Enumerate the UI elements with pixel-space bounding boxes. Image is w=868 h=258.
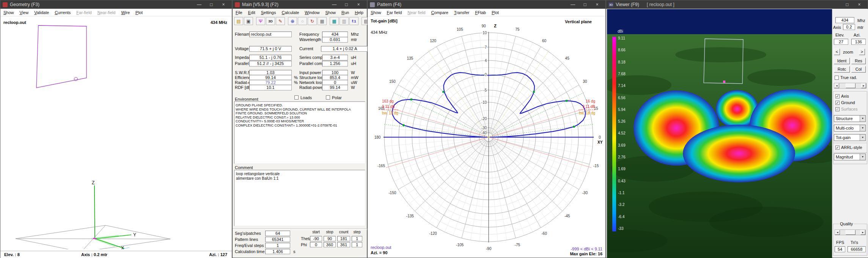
svg-text:0: 0 — [484, 73, 487, 77]
close-icon[interactable]: × — [352, 2, 365, 7]
comment-box[interactable]: loop rettangolare verticalealimentare co… — [234, 170, 365, 226]
field-theta-stop[interactable]: 90 — [324, 236, 336, 241]
field-calculation-time[interactable]: 1.406 — [265, 249, 290, 254]
chevron-down-icon[interactable]: ▼ — [860, 125, 865, 131]
field-phi-count[interactable]: 361 — [337, 242, 350, 247]
menu-item-calculate[interactable]: Calculate — [281, 10, 299, 15]
field-pattern-lines[interactable]: 65341 — [265, 237, 290, 242]
color-mode-combo[interactable]: Multi-colo▼ — [834, 125, 866, 131]
menu-item-window[interactable]: Window — [305, 10, 319, 15]
arrl-style-checkbox[interactable]: ✓ — [835, 146, 840, 150]
minimize-icon[interactable]: — — [328, 2, 340, 7]
field-frequency[interactable]: 434 — [322, 32, 348, 37]
copy-icon[interactable]: ▣ — [244, 17, 253, 25]
field-series-comp-[interactable]: 3.e-4 — [322, 55, 348, 60]
field-radiat-power[interactable]: 99.14 — [322, 85, 348, 90]
environment-line: RELATIVE DIELECTRIC CONST.= 13.000 — [236, 116, 364, 120]
quality-slider-thumb[interactable] — [846, 230, 855, 235]
structure-combo[interactable]: Structure▼ — [834, 115, 866, 122]
field-rdf-db-[interactable]: 10.1 — [249, 85, 292, 90]
zoom-out-button[interactable]: < — [834, 49, 840, 55]
field-freq-eval-steps[interactable]: 1 — [265, 243, 290, 248]
field-phi-start[interactable]: 0 — [310, 242, 322, 247]
svg-text:bw. 18 dg: bw. 18 dg — [579, 111, 595, 115]
surfaces-checkbox[interactable]: ✓ — [835, 107, 840, 111]
viewer-title: Viewer (F9) — [616, 2, 639, 7]
magnitude-combo[interactable]: Magnitud▼ — [834, 154, 866, 160]
ground-checkbox[interactable]: ✓ — [835, 101, 840, 105]
menu-item-settings[interactable]: Settings — [261, 10, 276, 15]
arrow-right-icon[interactable]: ► — [860, 230, 865, 235]
main-titlebar[interactable]: Main [V5.9.3] (F2) — □ × — [233, 0, 367, 9]
viewer-titlebar[interactable]: 3D Viewer (F9) [ recloop.out ] □ × — [606, 0, 868, 9]
axis-checkbox[interactable]: ✓ — [835, 94, 840, 98]
field-parallel-form[interactable]: 51.2 // - j 3425 — [249, 61, 292, 66]
svg-text:120: 120 — [430, 39, 436, 43]
chart-icon[interactable]: ▥ — [340, 17, 349, 25]
antenna-icon[interactable]: Ψ — [256, 17, 265, 25]
menu-item-edit[interactable]: Edit — [248, 10, 255, 15]
svg-text:-135: -135 — [406, 214, 414, 218]
arrow-right-icon[interactable]: ► — [861, 83, 866, 88]
menu-item-help[interactable]: Help — [355, 10, 363, 15]
label-Calculation time: Calculation time — [235, 249, 264, 254]
res-button[interactable]: Res — [851, 58, 866, 64]
tris-label: Tri's — [851, 240, 858, 245]
field-phi-step[interactable]: 1 — [352, 242, 362, 247]
field-voltage[interactable]: 71.5 + j 0 V — [249, 46, 292, 52]
table-icon[interactable]: ▦ — [330, 17, 339, 25]
calculator-icon[interactable]: ▦ — [318, 17, 327, 25]
field-parallel-comp-[interactable]: 1.256 — [322, 61, 348, 66]
viewer-3d-scene[interactable]: dBi9.118.668.187.687.146.565.945.264.523… — [607, 9, 833, 258]
maximize-icon[interactable]: □ — [841, 2, 853, 7]
rad-slider[interactable]: ◄► — [834, 83, 866, 89]
field-theta-start[interactable]: -90 — [310, 236, 322, 241]
elevation-field[interactable]: 27 — [834, 39, 848, 45]
menu-item-run[interactable]: Run — [341, 10, 349, 15]
rad-slider-thumb[interactable] — [846, 83, 855, 88]
menu-item-show[interactable]: Show — [326, 10, 336, 15]
ident-button[interactable]: Ident — [834, 58, 850, 64]
open-icon[interactable]: ▤ — [234, 17, 243, 25]
quality-slider[interactable]: ◄► — [835, 230, 866, 235]
checkbox-loads[interactable] — [294, 95, 299, 100]
menu-item-file[interactable]: File — [236, 10, 242, 15]
label-Radiat-power: Radiat-power — [299, 85, 324, 90]
close-icon[interactable]: × — [853, 2, 865, 7]
maximize-icon[interactable]: □ — [340, 2, 352, 7]
field-phi-stop[interactable]: 360 — [324, 242, 336, 247]
field-theta-step[interactable]: 1 — [352, 236, 362, 241]
chevron-down-icon[interactable]: ▼ — [860, 116, 865, 122]
field-current[interactable]: 1.4 + j 0.02 A — [321, 46, 369, 52]
tris-field[interactable]: 66658 — [848, 246, 866, 252]
rotc-button[interactable]: Rotc — [834, 66, 850, 73]
svg-text:2.76: 2.76 — [618, 155, 626, 159]
field-seg-s-patches[interactable]: 64 — [265, 231, 290, 236]
fps-field[interactable]: 54 — [835, 246, 845, 252]
quantity-combo[interactable]: Tot-gain▼ — [834, 134, 866, 141]
zoom-in-button[interactable]: > — [859, 49, 865, 55]
checkbox-polar[interactable] — [326, 95, 330, 100]
arrow-left-icon[interactable]: ◄ — [834, 83, 839, 88]
field-theta-count[interactable]: 181 — [337, 236, 350, 241]
arrow-left-icon[interactable]: ◄ — [835, 230, 840, 235]
f1-scale-icon[interactable]: f:1 — [349, 17, 359, 25]
far-field-icon[interactable]: ⊕ — [288, 17, 297, 25]
chevron-down-icon[interactable]: ▼ — [860, 154, 865, 160]
3d-view-icon[interactable]: 3D — [266, 17, 275, 25]
svg-text:7: 7 — [484, 45, 487, 49]
pattern-icon[interactable]: ○ — [298, 17, 307, 25]
field-filename[interactable]: recloop.out — [249, 32, 292, 37]
col-button[interactable]: Col — [851, 66, 866, 73]
field-impedance[interactable]: 51.1 - j 0.76 — [249, 55, 292, 60]
edit-icon[interactable]: ✎ — [276, 17, 285, 25]
axis-size-field[interactable]: 0.2 — [843, 24, 855, 30]
frequency-field[interactable]: 434 — [835, 17, 854, 23]
generate-icon[interactable]: ↻ — [308, 17, 317, 25]
arrl-style-checkbox-label: ARRL-style — [841, 145, 862, 150]
field-wavelength[interactable]: 0.691 — [322, 37, 348, 43]
true-rad-checkbox[interactable] — [835, 76, 839, 80]
azimuth-field[interactable]: 136 — [851, 39, 866, 45]
chevron-down-icon[interactable]: ▼ — [860, 135, 865, 141]
plot-plane-label: Vertical plane — [565, 19, 592, 24]
